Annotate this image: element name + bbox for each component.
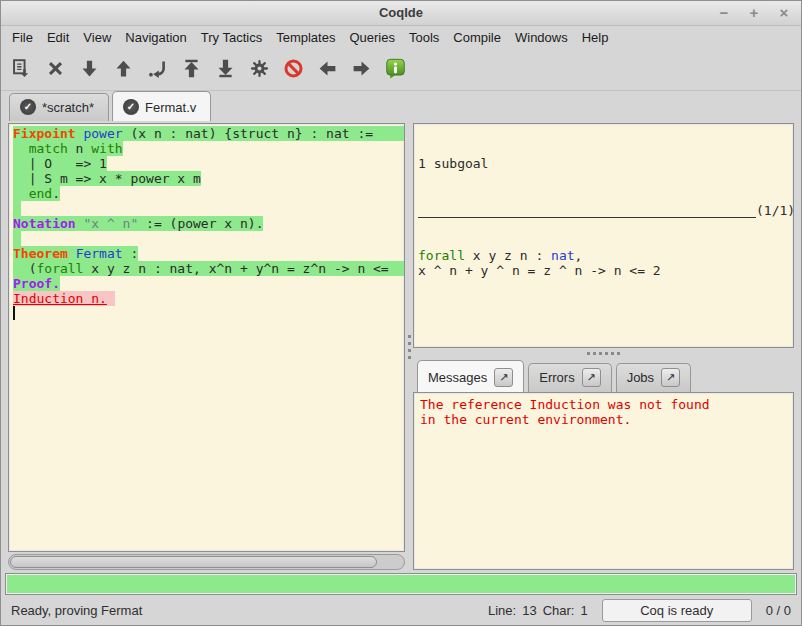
detach-button[interactable]: ↗ — [582, 368, 601, 387]
detach-button[interactable]: ↗ — [661, 368, 680, 387]
status-message: Ready, proving Fermat — [11, 603, 488, 618]
menu-queries[interactable]: Queries — [342, 28, 402, 47]
code-segment: match — [29, 141, 68, 156]
sentence-counter: 0 / 0 — [766, 603, 791, 618]
toolbar-button-arrow-to-top[interactable] — [179, 58, 203, 82]
splitter-dot — [617, 352, 620, 355]
code-line — [13, 306, 404, 321]
coq-status-button[interactable]: Coq is ready — [602, 599, 752, 622]
code-segment: "x ^ n" — [83, 216, 138, 231]
toolbar-button-arrow-left[interactable] — [315, 58, 339, 82]
processed-blank-strip — [13, 201, 21, 216]
status-right: Line: 13 Char: 1 Coq is ready 0 / 0 — [488, 599, 791, 622]
messages-tab-label: Errors — [539, 370, 574, 385]
code-line: | S m => x * power x m — [13, 171, 404, 186]
close-button[interactable]: × — [775, 2, 793, 24]
right-column: 1 subgoal (1/1) forall x y z n : nat,x ^… — [413, 123, 794, 570]
toolbar-button-arrow-to-bottom[interactable] — [213, 58, 237, 82]
code-line: | O => 1 — [13, 156, 404, 171]
code-segment: | O => 1 — [13, 156, 107, 171]
menu-templates[interactable]: Templates — [269, 28, 342, 47]
gear-icon — [249, 58, 270, 82]
toolbar-button-arrow-down[interactable] — [77, 58, 101, 82]
editor-column: Fixpoint power (x n : nat) {struct n} : … — [8, 123, 405, 570]
processed-region: end. — [13, 186, 60, 201]
horizontal-scrollbar[interactable] — [8, 554, 405, 570]
code-segment: Notation — [13, 216, 76, 231]
info-bubble-icon — [385, 58, 406, 82]
line-value: 13 — [522, 603, 536, 618]
goal-pane[interactable]: 1 subgoal (1/1) forall x y z n : nat,x ^… — [413, 123, 794, 348]
code-segment: power — [83, 126, 122, 141]
tab-messages[interactable]: Messages↗ — [417, 360, 524, 392]
toolbar-button-arrow-right[interactable] — [349, 58, 373, 82]
scrollbar-thumb[interactable] — [10, 556, 377, 568]
code-segment: end — [29, 186, 52, 201]
coqide-window: CoqIde −+× FileEditViewNavigationTry Tac… — [0, 0, 802, 626]
arrow-right-icon — [351, 58, 372, 82]
code-segment: (x n : nat) {struct n} : nat := — [123, 126, 373, 141]
goal-separator: (1/1) — [418, 203, 789, 218]
processed-region: (forall x y z n : nat, x^n + y^n = z^n -… — [13, 261, 404, 276]
messages-tab-label: Jobs — [627, 370, 654, 385]
code-segment: nat — [551, 248, 574, 263]
code-segment: Fixpoint — [13, 126, 76, 141]
menu-help[interactable]: Help — [575, 28, 616, 47]
menu-file[interactable]: File — [5, 28, 40, 47]
goal-statement: forall x y z n : nat,x ^ n + y ^ n = z ^… — [418, 248, 789, 278]
code-segment: Fermat — [76, 246, 123, 261]
processed-blank-strip — [13, 231, 21, 246]
progress-bar — [5, 573, 797, 595]
arrow-up-right-icon: ↗ — [499, 371, 508, 384]
toolbar-button-info-bubble[interactable] — [383, 58, 407, 82]
minimize-button[interactable]: − — [715, 2, 733, 24]
code-segment: := (power x n). — [138, 216, 263, 231]
menu-windows[interactable]: Windows — [508, 28, 575, 47]
splitter-dot — [408, 335, 411, 338]
toolbar-button-arrow-up[interactable] — [111, 58, 135, 82]
curved-arrow-to-dot-icon — [147, 58, 168, 82]
script-editor[interactable]: Fixpoint power (x n : nat) {struct n} : … — [8, 123, 405, 552]
messages-tab-bar: Messages↗Errors↗Jobs↗ — [413, 359, 794, 392]
code-segment — [68, 246, 76, 261]
toolbar-button-page-with-down-arrow[interactable] — [9, 58, 33, 82]
arrow-up-right-icon: ↗ — [587, 371, 596, 384]
processed-region: Proof. — [13, 276, 60, 291]
goal-line: forall x y z n : nat, — [418, 248, 789, 263]
code-segment: , — [575, 248, 583, 263]
check-circle-icon: ✓ — [123, 99, 139, 115]
code-segment: x y z n : — [465, 248, 551, 263]
menu-edit[interactable]: Edit — [40, 28, 76, 47]
code-line: match n with — [13, 141, 404, 156]
maximize-button[interactable]: + — [745, 2, 763, 24]
editor-tab--scratch-[interactable]: ✓*scratch* — [9, 93, 109, 121]
menu-view[interactable]: View — [76, 28, 118, 47]
goal-line: x ^ n + y ^ n = z ^ n -> n <= 2 — [418, 263, 789, 278]
toolbar-button-prohibition[interactable] — [281, 58, 305, 82]
editor-tab-fermat-v[interactable]: ✓Fermat.v — [112, 91, 211, 121]
error-region: Induction n. — [13, 291, 115, 306]
horizontal-splitter[interactable] — [413, 348, 794, 359]
detach-button[interactable]: ↗ — [494, 368, 513, 387]
error-message-line: The reference Induction was not found — [420, 397, 787, 412]
code-line — [13, 231, 404, 246]
code-segment: x y z n : nat, x^n + y^n = z^n -> n <= — [83, 261, 388, 276]
tab-jobs[interactable]: Jobs↗ — [616, 363, 691, 392]
code-line: Theorem Fermat : — [13, 246, 404, 261]
processed-region: Notation "x ^ n" := (power x n). — [13, 216, 263, 231]
toolbar-button-gear[interactable] — [247, 58, 271, 82]
menu-try-tactics[interactable]: Try Tactics — [194, 28, 269, 47]
messages-pane[interactable]: The reference Induction was not foundin … — [413, 392, 794, 570]
tab-errors[interactable]: Errors↗ — [528, 363, 611, 392]
prohibition-icon — [283, 58, 304, 82]
toolbar-button-curved-arrow-to-dot[interactable] — [145, 58, 169, 82]
line-label: Line: — [488, 603, 516, 618]
menu-tools[interactable]: Tools — [402, 28, 446, 47]
check-circle-icon: ✓ — [20, 99, 36, 115]
titlebar[interactable]: CoqIde −+× — [1, 1, 801, 26]
code-line: Notation "x ^ n" := (power x n). — [13, 216, 404, 231]
menu-compile[interactable]: Compile — [446, 28, 508, 47]
menu-navigation[interactable]: Navigation — [118, 28, 193, 47]
vertical-splitter[interactable] — [405, 123, 413, 570]
toolbar-button-close-x[interactable] — [43, 58, 67, 82]
